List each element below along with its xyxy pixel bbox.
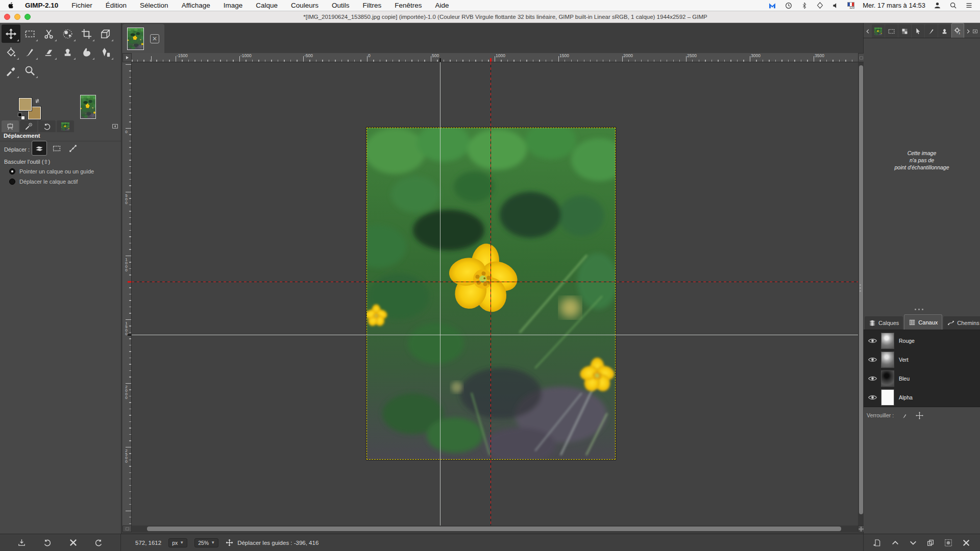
- default-colors-white[interactable]: [21, 116, 25, 120]
- swap-colors-icon[interactable]: [34, 97, 41, 105]
- fuzzy-select-tool-button[interactable]: [58, 24, 77, 43]
- bucket-fill-tool-button[interactable]: [2, 43, 20, 61]
- dock-tabs-scroll-left-icon[interactable]: [865, 24, 871, 38]
- tab-image-thumbnail[interactable]: [57, 120, 74, 132]
- status-diamond-icon[interactable]: [816, 2, 824, 9]
- minimize-window-button[interactable]: [14, 14, 20, 20]
- radio-pick-layer-or-guide[interactable]: [9, 168, 15, 174]
- channel-row-rouge[interactable]: Rouge: [864, 331, 980, 350]
- channel-row-alpha[interactable]: Alpha: [864, 388, 980, 407]
- tab-image-template[interactable]: [872, 24, 885, 38]
- menu-affichage[interactable]: Affichage: [182, 2, 210, 9]
- move-tool-button[interactable]: [2, 24, 20, 43]
- tab-tool-options[interactable]: [2, 120, 19, 132]
- ink-tool-button[interactable]: [96, 43, 115, 61]
- keyboard-layout-icon[interactable]: 123: [847, 2, 854, 9]
- dock-tabs-scroll-right-icon[interactable]: [965, 24, 971, 38]
- radio-move-active-layer[interactable]: [9, 179, 15, 185]
- guide-horizontal-red[interactable]: [132, 282, 858, 282]
- reset-tool-options-icon[interactable]: [94, 538, 103, 547]
- menu-filtres[interactable]: Filtres: [363, 2, 382, 9]
- tab-chemins[interactable]: Chemins: [943, 316, 980, 330]
- raise-channel-icon[interactable]: [891, 539, 899, 547]
- dock-menu-icon[interactable]: [972, 24, 978, 38]
- malwarebytes-icon[interactable]: [768, 2, 776, 10]
- horizontal-scrollbar-thumb[interactable]: [147, 527, 841, 531]
- apple-menu-icon[interactable]: [7, 2, 15, 9]
- zoom-window-button[interactable]: [24, 14, 31, 20]
- smudge-tool-button[interactable]: [77, 43, 96, 61]
- horizontal-scrollbar[interactable]: [132, 525, 858, 532]
- volume-icon[interactable]: [832, 2, 839, 9]
- open-image-thumbnail[interactable]: [80, 95, 96, 119]
- menu-fichier[interactable]: Fichier: [71, 2, 92, 9]
- canvas-image[interactable]: [367, 128, 615, 459]
- spotlight-search-icon[interactable]: [949, 2, 957, 9]
- tab-device-status[interactable]: [20, 120, 37, 132]
- menubar-clock[interactable]: Mer. 17 mars à 14:53: [863, 2, 925, 9]
- lock-pixels-icon[interactable]: [901, 412, 909, 419]
- lock-position-icon[interactable]: [916, 412, 923, 419]
- tab-pointer[interactable]: [912, 24, 924, 38]
- zoom-dropdown[interactable]: 25%▼: [194, 538, 218, 547]
- horizontal-ruler[interactable]: -1500 -1000 -500 0 500 1000 1500 2000 25…: [132, 53, 858, 62]
- bluetooth-icon[interactable]: [801, 2, 808, 9]
- move-path-mode-button[interactable]: [66, 142, 80, 155]
- delete-channel-icon[interactable]: [962, 539, 970, 547]
- menu-outils[interactable]: Outils: [332, 2, 350, 9]
- rectangle-select-tool-button[interactable]: [20, 24, 39, 43]
- clone-tool-button[interactable]: [58, 43, 77, 61]
- channel-row-vert[interactable]: Vert: [864, 350, 980, 369]
- notification-center-icon[interactable]: [965, 2, 973, 9]
- lower-channel-icon[interactable]: [909, 539, 917, 547]
- close-window-button[interactable]: [4, 14, 10, 20]
- menu-aide[interactable]: Aide: [435, 2, 449, 9]
- dock-edge-handle[interactable]: [860, 284, 861, 292]
- move-layer-mode-button[interactable]: [32, 141, 47, 156]
- tool-options-menu-icon[interactable]: [112, 123, 118, 130]
- tab-calques[interactable]: Calques: [865, 316, 903, 330]
- scissors-select-tool-button[interactable]: [39, 24, 58, 43]
- menu-selection[interactable]: Sélection: [140, 2, 168, 9]
- menu-edition[interactable]: Édition: [106, 2, 127, 9]
- time-machine-icon[interactable]: [785, 2, 793, 10]
- foreground-color-swatch[interactable]: [19, 98, 32, 111]
- unified-transform-tool-button[interactable]: [96, 24, 115, 43]
- menu-image[interactable]: Image: [224, 2, 243, 9]
- delete-tool-preset-icon[interactable]: [69, 538, 78, 547]
- unit-dropdown[interactable]: px▼: [168, 538, 187, 547]
- menu-fenetres[interactable]: Fenêtres: [395, 2, 422, 9]
- menu-app-name[interactable]: GIMP-2.10: [25, 2, 58, 9]
- canvas-viewport[interactable]: [132, 62, 858, 525]
- menu-couleurs[interactable]: Couleurs: [291, 2, 318, 9]
- tab-histogram[interactable]: [898, 24, 911, 38]
- visibility-eye-icon[interactable]: [864, 357, 881, 363]
- visibility-eye-icon[interactable]: [864, 338, 881, 344]
- dragged-guide-horizontal[interactable]: [132, 335, 858, 335]
- guide-vertical-red[interactable]: [491, 62, 491, 525]
- paintbrush-tool-button[interactable]: [20, 43, 39, 61]
- channel-to-selection-icon[interactable]: [944, 539, 952, 547]
- zoom-tool-button[interactable]: [20, 61, 39, 80]
- eraser-tool-button[interactable]: [39, 43, 58, 61]
- tab-brushes[interactable]: [925, 24, 938, 38]
- ruler-origin-menu-button[interactable]: [122, 53, 132, 62]
- tab-selection-editor[interactable]: [885, 24, 898, 38]
- user-icon[interactable]: [934, 2, 941, 9]
- crop-tool-button[interactable]: [77, 24, 96, 43]
- image-tab[interactable]: ✕: [122, 24, 164, 53]
- save-tool-preset-icon[interactable]: [17, 538, 26, 547]
- duplicate-channel-icon[interactable]: [926, 539, 935, 547]
- channel-row-bleu[interactable]: Bleu: [864, 369, 980, 388]
- tab-canaux[interactable]: Canaux: [904, 314, 942, 330]
- visibility-eye-icon[interactable]: [864, 375, 881, 382]
- tab-undo-history[interactable]: [38, 120, 56, 132]
- menu-calque[interactable]: Calque: [256, 2, 278, 9]
- color-picker-tool-button[interactable]: [2, 61, 20, 80]
- vertical-ruler[interactable]: 0 500 1000 1500 2000 2500: [122, 62, 132, 525]
- image-tab-close-icon[interactable]: ✕: [150, 34, 159, 43]
- dock-resize-handle[interactable]: [915, 309, 923, 310]
- tab-paint-dynamics[interactable]: [938, 24, 951, 38]
- move-selection-mode-button[interactable]: [50, 142, 63, 155]
- tab-sample-points[interactable]: [951, 23, 964, 38]
